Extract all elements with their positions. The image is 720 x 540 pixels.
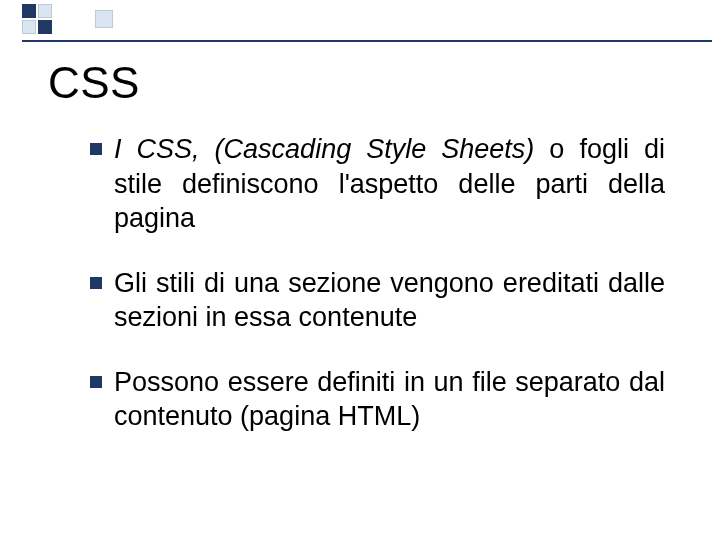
slide-title: CSS <box>48 58 140 108</box>
decor-square-icon <box>22 4 36 18</box>
list-item-text: Possono essere definiti in un file separ… <box>114 365 665 434</box>
list-item: I CSS, (Cascading Style Sheets) o fogli … <box>90 132 665 236</box>
header-divider <box>22 40 712 42</box>
list-item: Gli stili di una sezione vengono eredita… <box>90 266 665 335</box>
list-item-text: I CSS, (Cascading Style Sheets) o fogli … <box>114 132 665 236</box>
bullet-icon <box>90 376 102 388</box>
header-decoration <box>0 0 720 36</box>
text-span: Gli stili di una sezione vengono eredita… <box>114 268 665 333</box>
slide: CSS I CSS, (Cascading Style Sheets) o fo… <box>0 0 720 540</box>
decor-square-icon <box>22 20 36 34</box>
decor-square-icon <box>38 4 52 18</box>
list-item: Possono essere definiti in un file separ… <box>90 365 665 434</box>
bullet-icon <box>90 143 102 155</box>
list-item-text: Gli stili di una sezione vengono eredita… <box>114 266 665 335</box>
decor-square-icon <box>95 10 113 28</box>
italic-span: I CSS, (Cascading Style Sheets) <box>114 134 534 164</box>
text-span: Possono essere definiti in un file separ… <box>114 367 665 432</box>
bullet-icon <box>90 277 102 289</box>
slide-content: I CSS, (Cascading Style Sheets) o fogli … <box>90 132 665 464</box>
decor-square-icon <box>38 20 52 34</box>
